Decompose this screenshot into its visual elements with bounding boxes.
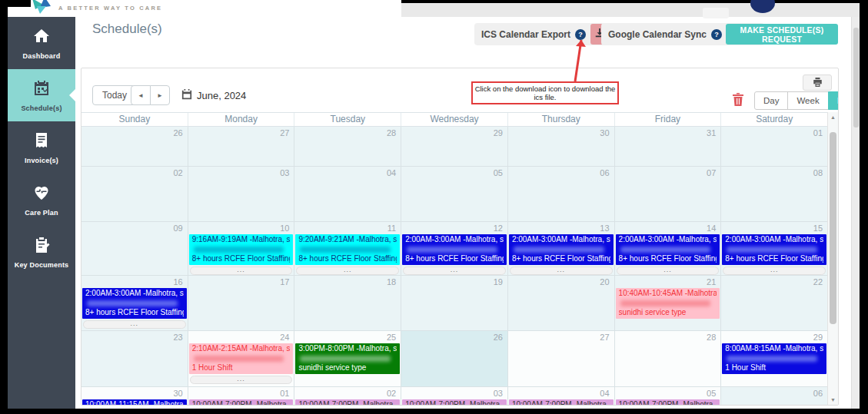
calendar-cell[interactable]: 06 <box>721 387 827 406</box>
next-month-button[interactable]: ► <box>150 85 170 105</box>
calendar-event[interactable]: 2:00AM-3:00AM -Malhotra, sunidhi8+ hours… <box>402 234 507 265</box>
scroll-up-icon[interactable]: ▲ <box>828 114 838 120</box>
calendar-cell[interactable]: 03 <box>188 167 295 222</box>
calendar-cell[interactable]: 06 <box>508 167 615 222</box>
help-icon[interactable]: ? <box>711 29 722 40</box>
calendar-event[interactable]: 10:40AM-10:45AM -Malhotra, sunidhisunidh… <box>616 288 720 319</box>
calendar-event[interactable]: 10:00AM-7:00PM -Malhotra, sunidhiclient … <box>402 399 507 406</box>
calendar-cell[interactable]: 08 <box>721 167 827 222</box>
sidebar-item-dashboard[interactable]: Dashboard <box>8 17 75 69</box>
calendar-cell[interactable]: 17 <box>188 276 295 331</box>
calendar-cell[interactable]: 27 <box>508 331 615 387</box>
event-subtitle: 1 Hour Shift <box>192 363 291 373</box>
calendar-scrollbar[interactable]: ▲ ▼ <box>827 112 838 405</box>
redacted-text <box>194 356 284 362</box>
page-scrollbar[interactable] <box>851 17 860 409</box>
view-day-button[interactable]: Day <box>754 91 788 110</box>
calendar-event[interactable]: 2:00AM-3:00AM -Malhotra, sunidhi8+ hours… <box>509 234 614 265</box>
calendar-cell[interactable]: 142:00AM-3:00AM -Malhotra, sunidhi8+ hou… <box>615 222 722 276</box>
calendar-cell[interactable]: 01 <box>721 127 827 167</box>
calendar-cell[interactable]: 0210:00AM-7:00PM -Malhotra, sunidhiclien… <box>294 387 401 406</box>
print-button[interactable] <box>803 75 832 91</box>
calendar-event[interactable]: 3:00PM-8:00PM -Malhotra, sunidhisunidhi … <box>295 343 400 374</box>
day-number: 29 <box>721 331 827 343</box>
calendar-cell[interactable]: 162:00AM-3:00AM -Malhotra, sunidhi8+ hou… <box>81 276 188 331</box>
day-number: 30 <box>81 387 188 399</box>
chrome-tab <box>703 8 729 18</box>
calendar-cell[interactable]: 253:00PM-8:00PM -Malhotra, sunidhisunidh… <box>294 331 401 387</box>
calendar-cell[interactable]: 298:00AM-8:15AM -Malhotra, sunidhi1 Hour… <box>721 331 827 387</box>
calendar-cell[interactable]: 05 <box>401 167 508 222</box>
event-more-button[interactable]: ... <box>190 376 293 384</box>
calendar-cell[interactable]: 18 <box>294 276 401 331</box>
calendar-cell[interactable]: 31 <box>615 127 722 167</box>
calendar-cell[interactable]: 22 <box>721 276 827 331</box>
calendar-cell[interactable]: 27 <box>188 127 295 167</box>
calendar-cell[interactable]: 20 <box>508 276 615 331</box>
calendar-cell[interactable]: 119:20AM-9:21AM -Malhotra, sunidhi8+ hou… <box>294 222 401 276</box>
calendar-cell[interactable]: 09 <box>81 222 188 276</box>
calendar-cell[interactable]: 0510:00AM-7:00PM -Malhotra, sunidhiclien… <box>615 387 722 406</box>
event-subtitle: 8+ hours RCFE Floor Staffing: LVN <box>298 254 397 264</box>
scrollbar-thumb[interactable] <box>830 132 836 324</box>
calendar-cell[interactable]: 0410:00AM-7:00PM -Malhotra, sunidhiclien… <box>508 387 615 406</box>
calendar-cell[interactable]: 3010:00AM-11:15AM -Malhotra, sunidhiclie… <box>81 387 188 406</box>
calendar-event[interactable]: 2:00AM-3:00AM -Malhotra, sunidhi8+ hours… <box>722 234 826 265</box>
scroll-down-icon[interactable]: ▼ <box>828 397 838 402</box>
calendar-event[interactable]: 2:00AM-3:00AM -Malhotra, sunidhi8+ hours… <box>82 288 187 319</box>
event-subtitle: sunidhi service type <box>619 308 717 318</box>
calendar-cell[interactable]: 29 <box>401 127 508 167</box>
calendar-event[interactable]: 10:00AM-7:00PM -Malhotra, sunidhiclient … <box>189 399 294 406</box>
annotation-text-line1: Click on the download icon to download t… <box>475 84 616 93</box>
event-more-button[interactable]: ... <box>190 267 293 275</box>
event-title: 2:00AM-3:00AM -Malhotra, sunidhi <box>725 235 823 245</box>
calendar-cell[interactable]: 02 <box>81 167 188 222</box>
annotation-arrow <box>546 35 607 83</box>
event-more-button[interactable]: ... <box>617 267 720 275</box>
calendar-cell[interactable]: 122:00AM-3:00AM -Malhotra, sunidhi8+ hou… <box>401 222 508 276</box>
event-more-button[interactable]: ... <box>510 267 613 275</box>
calendar-event[interactable]: 8:00AM-8:15AM -Malhotra, sunidhi1 Hour S… <box>722 343 826 374</box>
sidebar-item-key-documents[interactable]: Key Documents <box>8 226 75 278</box>
calendar-cell[interactable]: 30 <box>508 127 615 167</box>
event-more-button[interactable]: ... <box>723 267 826 275</box>
calendar-cell[interactable]: 28 <box>294 127 401 167</box>
calendar-cell[interactable]: 0110:00AM-7:00PM -Malhotra, sunidhiclien… <box>188 387 295 406</box>
day-number: 18 <box>294 276 401 288</box>
calendar-event[interactable]: 2:00AM-3:00AM -Malhotra, sunidhi8+ hours… <box>616 234 720 265</box>
calendar-cell[interactable]: 07 <box>615 167 722 222</box>
calendar-event[interactable]: 2:10AM-2:15AM -Malhotra, sunidhi1 Hour S… <box>189 343 294 374</box>
calendar-event[interactable]: 9:20AM-9:21AM -Malhotra, sunidhi8+ hours… <box>295 234 400 265</box>
calendar-event[interactable]: 10:00AM-7:00PM -Malhotra, sunidhiclient … <box>509 399 614 406</box>
weekday-header: Sunday <box>81 113 188 126</box>
calendar-cell[interactable]: 28 <box>615 331 722 387</box>
event-title: 2:00AM-3:00AM -Malhotra, sunidhi <box>405 235 504 245</box>
calendar-cell[interactable]: 2110:40AM-10:45AM -Malhotra, sunidhisuni… <box>615 276 722 331</box>
event-more-button[interactable]: ... <box>83 320 186 329</box>
calendar-event[interactable]: 10:00AM-11:15AM -Malhotra, sunidhiclient… <box>82 399 187 406</box>
calendar-cell[interactable]: 23 <box>81 331 188 387</box>
calendar-cell[interactable]: 132:00AM-3:00AM -Malhotra, sunidhi8+ hou… <box>508 222 615 276</box>
sidebar-item-invoices[interactable]: Invoice(s) <box>8 121 75 174</box>
calendar-cell[interactable]: 152:00AM-3:00AM -Malhotra, sunidhi8+ hou… <box>721 222 827 276</box>
calendar-cell[interactable]: 26 <box>81 127 188 167</box>
calendar-cell[interactable]: 0310:00AM-7:00PM -Malhotra, sunidhiclien… <box>401 387 508 406</box>
calendar-cell[interactable]: 19 <box>401 276 508 331</box>
sidebar-item-care-plan[interactable]: Care Plan <box>8 174 75 226</box>
event-more-button[interactable]: ... <box>296 267 399 275</box>
calendar-cell[interactable]: 242:10AM-2:15AM -Malhotra, sunidhi1 Hour… <box>188 331 295 387</box>
calendar-cell[interactable]: 26 <box>401 331 508 387</box>
calendar-event[interactable]: 10:00AM-7:00PM -Malhotra, sunidhiclient … <box>295 399 400 406</box>
event-more-button[interactable]: ... <box>403 267 506 275</box>
previous-month-button[interactable]: ◄ <box>131 85 151 105</box>
make-schedule-request-button[interactable]: MAKE SCHEDULE(S) REQUEST <box>726 24 838 45</box>
delete-button[interactable] <box>731 93 745 108</box>
view-week-button[interactable]: Week <box>787 91 828 110</box>
calendar-event[interactable]: 9:16AM-9:19AM -Malhotra, sunidhi8+ hours… <box>189 234 294 265</box>
view-month-button[interactable]: Month <box>828 91 839 110</box>
sidebar-item-schedules[interactable]: Schedule(s) <box>8 69 75 121</box>
calendar-event[interactable]: 10:00AM-7:00PM -Malhotra, sunidhiclient … <box>616 399 720 406</box>
calendar-cell[interactable]: 109:16AM-9:19AM -Malhotra, sunidhi8+ hou… <box>188 222 295 276</box>
calendar-cell[interactable]: 04 <box>294 167 401 222</box>
page-scrollbar-thumb[interactable] <box>853 28 859 128</box>
